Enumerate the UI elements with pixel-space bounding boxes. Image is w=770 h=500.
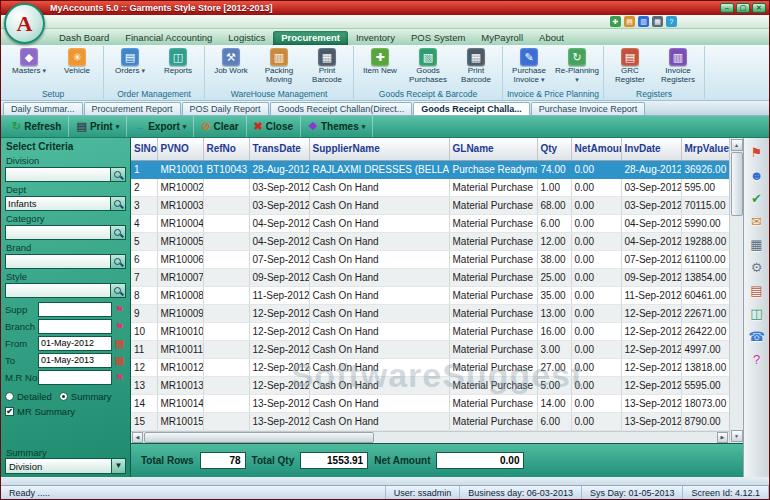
menu-tab-mypayroll[interactable]: MyPayroll (473, 31, 531, 45)
toolbar-button-clear[interactable]: ⊘Clear (194, 116, 246, 137)
calculator-icon[interactable]: ▦ (750, 238, 762, 251)
doc-tab-daily-summar[interactable]: Daily Summar... (3, 102, 83, 115)
toolbar-button-refresh[interactable]: ↻Refresh (5, 116, 69, 137)
ribbon-button-invoice-registers[interactable]: ▥Invoice Registers (654, 46, 702, 86)
ribbon-button-print-barcode[interactable]: ▦Print Barcode (452, 46, 500, 86)
menu-tab-procurement[interactable]: Procurement (273, 31, 348, 45)
lookup-input-dept[interactable]: Infants (5, 196, 111, 211)
scroll-down-arrow-icon[interactable]: ▼ (731, 430, 743, 442)
toolbar-button-print[interactable]: ▤Print▾ (69, 116, 127, 137)
filter-icon[interactable]: ⚑ (113, 373, 126, 383)
ribbon-button-vehicle[interactable]: ✳Vehicle (53, 46, 101, 77)
table-row[interactable]: 8MR1000811-Sep-2012Cash On HandMaterial … (131, 286, 731, 304)
table-row[interactable]: 7MR1000709-Sep-2012Cash On HandMaterial … (131, 268, 731, 286)
phone-icon[interactable]: ☎ (748, 330, 764, 343)
filter-icon[interactable]: ⚑ (113, 322, 126, 332)
table-row[interactable]: 3MR1000303-Sep-2012Cash On HandMaterial … (131, 196, 731, 214)
checkbox-mr-summary[interactable]: ✔MR Summary (5, 406, 126, 417)
column-header-mrpvalue[interactable]: MrpValue (681, 138, 731, 160)
quick-print-icon[interactable]: ▦ (652, 16, 663, 27)
vertical-scrollbar[interactable]: ▲ ▼ (729, 138, 743, 443)
ribbon-button-item-new[interactable]: ✚Item New (356, 46, 404, 77)
column-header-pvno[interactable]: PVNO (157, 138, 203, 160)
search-icon[interactable] (111, 167, 126, 182)
contacts-icon[interactable]: ☻ (750, 169, 764, 182)
quick-help-icon[interactable]: ? (666, 16, 677, 27)
table-row[interactable]: 9MR1000912-Sep-2012Cash On HandMaterial … (131, 304, 731, 322)
column-header-suppliername[interactable]: SupplierName (309, 138, 449, 160)
scroll-right-arrow-icon[interactable]: ▶ (717, 432, 728, 443)
doc-tab-procurement-report[interactable]: Procurement Report (84, 102, 181, 115)
search-icon[interactable] (111, 196, 126, 211)
ribbon-button-grc-register[interactable]: ▤GRC Register (606, 46, 654, 86)
column-header-invdate[interactable]: InvDate (621, 138, 681, 160)
register-icon[interactable]: ◫ (750, 307, 762, 320)
table-row[interactable]: 4MR1000404-Sep-2012Cash On HandMaterial … (131, 214, 731, 232)
maximize-button[interactable]: ▢ (736, 3, 750, 13)
quick-open-icon[interactable]: ▤ (624, 16, 635, 27)
ribbon-button-orders[interactable]: ▤Orders ▾ (106, 46, 154, 77)
mail-icon[interactable]: ✉ (751, 215, 762, 228)
ribbon-button-print-barcode[interactable]: ▦Print Barcode (303, 46, 351, 86)
ribbon-button-masters[interactable]: ◆Masters ▾ (5, 46, 53, 77)
calendar-icon[interactable]: ▦ (113, 355, 126, 366)
approve-icon[interactable]: ✔ (751, 192, 762, 205)
column-header-transdate[interactable]: TransDate (249, 138, 309, 160)
quick-new-icon[interactable]: ✚ (610, 16, 621, 27)
table-row[interactable]: 11MR1001112-Sep-2012Cash On HandMaterial… (131, 340, 731, 358)
close-window-button[interactable]: ✕ (752, 3, 766, 13)
lookup-input-category[interactable] (5, 225, 111, 240)
menu-tab-logistics[interactable]: Logistics (220, 31, 273, 45)
lookup-input-division[interactable] (5, 167, 111, 182)
summary-select[interactable]: Division ▼ (5, 458, 126, 474)
table-row[interactable]: 1MR10001BT1004328-Aug-2012RAJLAXMI DRESS… (131, 160, 731, 178)
settings-icon[interactable]: ⚙ (751, 261, 763, 274)
ribbon-button-re-planning[interactable]: ↻Re-Planning ▾ (553, 46, 601, 86)
menu-tab-pos-system[interactable]: POS System (403, 31, 473, 45)
menu-tab-about[interactable]: About (531, 31, 572, 45)
radio-summary[interactable]: Summary (59, 391, 112, 402)
menu-tab-financial-accounting[interactable]: Financial Accounting (117, 31, 220, 45)
table-row[interactable]: 2MR1000203-Sep-2012Cash On HandMaterial … (131, 178, 731, 196)
lookup-input-style[interactable] (5, 283, 111, 298)
scroll-up-arrow-icon[interactable]: ▲ (731, 139, 743, 151)
doc-tab-purchase-invoice-report[interactable]: Purchase Invoice Report (531, 102, 646, 115)
ribbon-button-job-work[interactable]: ⚒Job Work (207, 46, 255, 77)
ribbon-button-goods-purchases[interactable]: ▧Goods Purchases (404, 46, 452, 86)
table-row[interactable]: 6MR1000607-Sep-2012Cash On HandMaterial … (131, 250, 731, 268)
toolbar-button-export[interactable]: →Export▾ (127, 116, 194, 137)
table-row[interactable]: 13MR1001312-Sep-2012Cash On HandMaterial… (131, 376, 731, 394)
radio-detailed[interactable]: Detailed (5, 391, 52, 402)
scheduler-icon[interactable]: ▤ (750, 284, 762, 297)
horizontal-scrollbar[interactable]: ◀ ▶ (131, 431, 729, 444)
input-from[interactable]: 01-May-2012 (38, 336, 112, 351)
minimize-button[interactable]: – (720, 3, 734, 13)
toolbar-button-themes[interactable]: ❖Themes▾ (301, 116, 373, 137)
help-icon[interactable]: ? (753, 353, 760, 366)
search-icon[interactable] (111, 254, 126, 269)
column-header-glname[interactable]: GLName (449, 138, 537, 160)
input-m-r-no[interactable] (38, 370, 112, 385)
column-header-netamount[interactable]: NetAmount (571, 138, 621, 160)
scroll-left-arrow-icon[interactable]: ◀ (132, 432, 143, 443)
quick-save-icon[interactable]: ▥ (638, 16, 649, 27)
table-row[interactable]: 15MR1001513-Sep-2012Cash On HandMaterial… (131, 412, 731, 430)
vertical-scroll-thumb[interactable] (731, 152, 743, 216)
ribbon-button-purchase-invoice[interactable]: ✎Purchase Invoice ▾ (505, 46, 553, 86)
input-branch[interactable] (38, 319, 112, 334)
calendar-icon[interactable]: ▦ (113, 338, 126, 349)
filter-icon[interactable]: ⚑ (113, 305, 126, 315)
table-row[interactable]: 12MR1001212-Sep-2012Cash On HandMaterial… (131, 358, 731, 376)
ribbon-button-packing-moving[interactable]: ▥Packing Moving (255, 46, 303, 86)
menu-tab-inventory[interactable]: Inventory (348, 31, 403, 45)
ribbon-button-reports[interactable]: ◫Reports (154, 46, 202, 77)
column-header-slno[interactable]: SlNo (131, 138, 157, 160)
column-header-qty[interactable]: Qty (537, 138, 571, 160)
table-row[interactable]: 5MR1000504-Sep-2012Cash On HandMaterial … (131, 232, 731, 250)
table-row[interactable]: 14MR1001413-Sep-2012Cash On HandMaterial… (131, 394, 731, 412)
pin-icon[interactable]: ⚑ (751, 146, 763, 159)
toolbar-button-close[interactable]: ✖Close (247, 116, 301, 137)
horizontal-scroll-thumb[interactable] (144, 432, 374, 443)
menu-tab-dash-board[interactable]: Dash Board (51, 31, 117, 45)
search-icon[interactable] (111, 283, 126, 298)
